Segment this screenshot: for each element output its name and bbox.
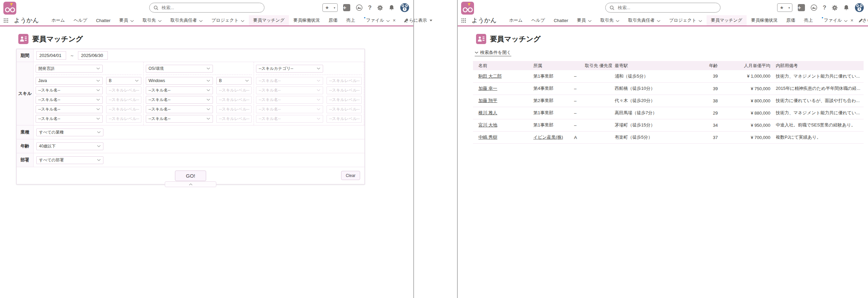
- tab-sales[interactable]: 売上: [342, 15, 359, 25]
- skill-name-select[interactable]: --スキル名--: [36, 86, 103, 94]
- go-button[interactable]: GO!: [175, 171, 206, 181]
- skill-level-select[interactable]: --スキルレベル--: [106, 86, 141, 94]
- tab-sales[interactable]: 売上: [800, 15, 817, 25]
- notifications-bell-icon[interactable]: [389, 5, 395, 11]
- skill-level-select[interactable]: --スキルレベル--: [216, 86, 252, 94]
- skill-category-select[interactable]: OS/環境: [146, 65, 213, 73]
- edit-nav-icon[interactable]: [858, 18, 863, 23]
- skill-level-select[interactable]: --スキルレベル--: [106, 115, 141, 123]
- tab-personnel[interactable]: 要員: [115, 15, 138, 25]
- industry-select[interactable]: すべての業種: [36, 128, 103, 136]
- age-select[interactable]: 40歳以下: [36, 142, 103, 150]
- tab-home[interactable]: ホーム: [47, 15, 70, 25]
- tab-files-temporary[interactable]: •ファイル✕: [359, 15, 400, 25]
- tab-personnel-matching[interactable]: 要員マッチング: [249, 15, 289, 25]
- search-input[interactable]: [161, 5, 260, 11]
- person-link[interactable]: 中嶋 秀樹: [478, 135, 497, 140]
- global-search[interactable]: [149, 3, 264, 13]
- skill-name-select[interactable]: --スキル名--: [256, 77, 323, 85]
- table-row: 横川 雅人 第1事業部 – 高田馬場（徒歩7分） 29 ¥ 880,000 技術…: [473, 107, 864, 119]
- account-link[interactable]: イビン産業(株): [533, 135, 563, 140]
- favorites-button[interactable]: ★ ▾: [777, 3, 792, 12]
- skill-name-select[interactable]: --スキル名--: [36, 96, 103, 104]
- skill-level-select[interactable]: --スキルレベル--: [327, 77, 362, 85]
- skill-level-select[interactable]: --スキルレベル--: [327, 96, 362, 104]
- person-link[interactable]: 横川 雅人: [478, 110, 497, 115]
- tab-personnel[interactable]: 要員: [573, 15, 596, 25]
- tab-accounts[interactable]: 取引先: [596, 15, 624, 25]
- affiliation-cell: 第1事業部: [531, 107, 571, 119]
- period-label: 期間: [17, 49, 34, 62]
- department-select[interactable]: すべての部署: [36, 156, 103, 164]
- skill-level-select[interactable]: B: [216, 77, 252, 85]
- favorites-button[interactable]: ★ ▾: [322, 3, 338, 12]
- skill-name-select[interactable]: --スキル名--: [256, 96, 323, 104]
- skill-level-select[interactable]: --スキルレベル--: [106, 105, 141, 113]
- skill-level-select[interactable]: --スキルレベル--: [327, 105, 362, 113]
- date-from-input[interactable]: 2025/04/01: [36, 51, 66, 60]
- skill-name-select[interactable]: --スキル名--: [146, 105, 213, 113]
- tab-personnel-utilization[interactable]: 要員稼働状況: [289, 15, 324, 25]
- skill-name-select[interactable]: --スキル名--: [256, 86, 323, 94]
- guidance-icon[interactable]: [356, 4, 363, 11]
- age-cell: 39: [690, 82, 721, 95]
- skill-name-select[interactable]: --スキル名--: [146, 86, 213, 94]
- skill-level-select[interactable]: --スキルレベル--: [216, 96, 252, 104]
- skill-name-select[interactable]: --スキル名--: [256, 115, 323, 123]
- person-link[interactable]: 宮川 大地: [478, 122, 497, 127]
- edit-nav-icon[interactable]: [403, 18, 409, 23]
- tab-help[interactable]: ヘルプ: [527, 15, 549, 25]
- setup-gear-icon[interactable]: [832, 5, 838, 11]
- tab-personnel-utilization[interactable]: 要員稼働状況: [747, 15, 782, 25]
- tab-cost[interactable]: 原価: [324, 15, 342, 25]
- date-to-input[interactable]: 2025/06/30: [78, 51, 108, 60]
- tab-chatter[interactable]: Chatter: [549, 15, 573, 25]
- person-link[interactable]: 駒田 大二郎: [478, 74, 502, 79]
- tab-files-temporary[interactable]: •ファイル✕: [817, 15, 858, 25]
- person-link[interactable]: 加藤 幸一: [478, 86, 497, 91]
- tab-home[interactable]: ホーム: [505, 15, 527, 25]
- guidance-icon[interactable]: [810, 4, 817, 11]
- skill-name-select[interactable]: --スキル名--: [36, 105, 103, 113]
- notifications-bell-icon[interactable]: [843, 5, 849, 11]
- skill-name-select[interactable]: Java: [36, 77, 103, 85]
- global-actions-icon[interactable]: +: [798, 4, 805, 11]
- search-input[interactable]: [617, 5, 716, 11]
- setup-gear-icon[interactable]: [377, 5, 383, 11]
- avatar[interactable]: [855, 3, 864, 12]
- skill-level-select[interactable]: --スキルレベル--: [216, 115, 252, 123]
- skill-category-select[interactable]: --スキルカテゴリ--: [256, 65, 323, 73]
- tab-accounts[interactable]: 取引先: [138, 15, 166, 25]
- skill-level-select[interactable]: B: [106, 77, 141, 85]
- close-icon[interactable]: ✕: [393, 18, 396, 23]
- app-launcher-icon[interactable]: [461, 15, 466, 25]
- close-icon[interactable]: ✕: [850, 18, 853, 23]
- skill-level-select[interactable]: --スキルレベル--: [327, 86, 362, 94]
- skill-level-select[interactable]: --スキルレベル--: [106, 96, 141, 104]
- skill-name-select[interactable]: --スキル名--: [256, 105, 323, 113]
- person-link[interactable]: 加藤 翔平: [478, 98, 497, 103]
- tab-cost[interactable]: 原価: [782, 15, 800, 25]
- global-actions-icon[interactable]: +: [343, 4, 350, 11]
- open-search-conditions-link[interactable]: 検索条件を開く: [475, 49, 511, 56]
- station-cell: 高田馬場（徒歩7分）: [612, 107, 690, 119]
- skill-name-select[interactable]: Windows: [146, 77, 213, 85]
- tab-personnel-matching[interactable]: 要員マッチング: [707, 15, 747, 25]
- global-search[interactable]: [605, 3, 721, 13]
- skill-name-select[interactable]: --スキル名--: [146, 96, 213, 104]
- avatar[interactable]: [400, 3, 409, 12]
- tab-contacts[interactable]: 取引先責任者: [166, 15, 207, 25]
- collapse-form-button[interactable]: [165, 181, 216, 187]
- skill-category-select[interactable]: 開発言語: [36, 65, 103, 73]
- tab-projects[interactable]: プロジェクト: [665, 15, 707, 25]
- tab-chatter[interactable]: Chatter: [92, 15, 115, 25]
- skill-name-select[interactable]: --スキル名--: [36, 115, 103, 123]
- tab-projects[interactable]: プロジェクト: [207, 15, 249, 25]
- skill-level-select[interactable]: --スキルレベル--: [327, 115, 362, 123]
- tab-contacts[interactable]: 取引先責任者: [624, 15, 665, 25]
- tab-help[interactable]: ヘルプ: [69, 15, 92, 25]
- skill-name-select[interactable]: --スキル名--: [146, 115, 213, 123]
- app-launcher-icon[interactable]: [3, 15, 8, 25]
- clear-button[interactable]: Clear: [341, 171, 360, 180]
- skill-level-select[interactable]: --スキルレベル--: [216, 105, 252, 113]
